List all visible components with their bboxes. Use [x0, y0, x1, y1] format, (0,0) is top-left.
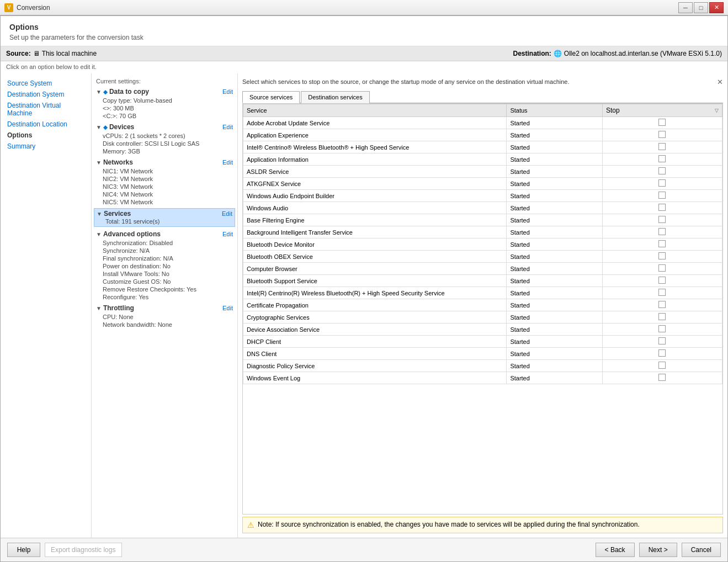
- service-stop-cell[interactable]: [602, 178, 722, 190]
- stop-checkbox[interactable]: [658, 155, 666, 162]
- back-button[interactable]: < Back: [596, 543, 635, 557]
- stop-checkbox[interactable]: [658, 131, 666, 138]
- stop-checkbox[interactable]: [658, 277, 666, 284]
- service-name-cell: Cryptographic Services: [243, 311, 507, 324]
- stop-checkbox[interactable]: [658, 216, 666, 223]
- service-name-cell: DNS Client: [243, 348, 507, 360]
- sidebar-item-destination-location[interactable]: Destination Location: [1, 119, 91, 130]
- stop-checkbox[interactable]: [658, 228, 666, 235]
- service-status-cell: Started: [507, 275, 603, 287]
- source-dest-bar: Source: 🖥 This local machine Destination…: [1, 46, 727, 61]
- stop-checkbox[interactable]: [658, 374, 666, 381]
- nic3-item: NIC3: VM Network: [94, 183, 235, 190]
- cancel-button[interactable]: Cancel: [682, 543, 721, 557]
- services-description: Select which services to stop on the sou…: [242, 78, 706, 86]
- service-stop-cell[interactable]: [602, 141, 722, 153]
- services-table-wrapper[interactable]: Service Status Stop ▽ Adobe Acroba: [242, 103, 723, 515]
- window-title: Conversion: [17, 4, 50, 12]
- service-status-cell: Started: [507, 214, 603, 226]
- service-name-cell: Device Association Service: [243, 324, 507, 336]
- service-stop-cell[interactable]: [602, 202, 722, 214]
- nic4-item: NIC4: VM Network: [94, 190, 235, 198]
- service-stop-cell[interactable]: [602, 214, 722, 226]
- service-stop-cell[interactable]: [602, 287, 722, 299]
- service-stop-cell[interactable]: [602, 275, 722, 287]
- stop-checkbox[interactable]: [658, 362, 666, 369]
- maximize-button[interactable]: □: [694, 2, 708, 13]
- copy-size2-item: <C:>: 70 GB: [94, 112, 235, 120]
- remove-checkpoints-item: Remove Restore Checkpoints: Yes: [94, 285, 235, 293]
- service-stop-cell[interactable]: [602, 226, 722, 238]
- service-status-cell: Started: [507, 117, 603, 129]
- sidebar-item-summary[interactable]: Summary: [1, 141, 91, 152]
- stop-checkbox[interactable]: [658, 349, 666, 357]
- arrow-icon: ▼: [96, 305, 102, 311]
- next-button[interactable]: Next >: [639, 543, 677, 557]
- tab-destination-services[interactable]: Destination services: [301, 91, 369, 103]
- stop-checkbox[interactable]: [658, 337, 666, 344]
- devices-edit[interactable]: Edit: [222, 124, 233, 130]
- stop-checkbox[interactable]: [658, 301, 666, 308]
- advanced-options-edit[interactable]: Edit: [222, 231, 233, 237]
- service-name-cell: Application Information: [243, 153, 507, 166]
- service-stop-cell[interactable]: [602, 336, 722, 348]
- service-stop-cell[interactable]: [602, 324, 722, 336]
- advanced-options-header: ▼ Advanced options Edit: [94, 229, 235, 239]
- table-row: Base Filtering Engine Started: [243, 214, 722, 226]
- services-section: ▼ Services Edit Total: 191 service(s): [94, 208, 235, 227]
- service-stop-cell[interactable]: [602, 372, 722, 384]
- service-status-cell: Started: [507, 166, 603, 178]
- table-row: Windows Event Log Started: [243, 372, 722, 384]
- services-edit[interactable]: Edit: [222, 210, 232, 217]
- service-stop-cell[interactable]: [602, 360, 722, 372]
- service-stop-cell[interactable]: [602, 117, 722, 129]
- service-status-cell: Started: [507, 202, 603, 214]
- stop-checkbox[interactable]: [658, 167, 666, 174]
- service-status-cell: Started: [507, 226, 603, 238]
- page-subtitle: Set up the parameters for the conversion…: [9, 34, 719, 41]
- stop-checkbox[interactable]: [658, 143, 666, 150]
- service-stop-cell[interactable]: [602, 348, 722, 360]
- stop-checkbox[interactable]: [658, 204, 666, 211]
- service-stop-cell[interactable]: [602, 251, 722, 263]
- arrow-icon: ▼: [97, 211, 102, 217]
- service-stop-cell[interactable]: [602, 153, 722, 166]
- stop-checkbox[interactable]: [658, 192, 666, 199]
- tab-source-services[interactable]: Source services: [242, 91, 300, 103]
- nic1-item: NIC1: VM Network: [94, 167, 235, 175]
- window-controls: ─ □ ✕: [678, 2, 724, 13]
- service-stop-cell[interactable]: [602, 238, 722, 251]
- service-stop-cell[interactable]: [602, 190, 722, 202]
- stop-checkbox[interactable]: [658, 252, 666, 259]
- stop-checkbox[interactable]: [658, 179, 666, 187]
- table-row: DNS Client Started: [243, 348, 722, 360]
- services-label: Services: [104, 210, 131, 218]
- stop-checkbox[interactable]: [658, 240, 666, 247]
- data-to-copy-edit[interactable]: Edit: [222, 88, 233, 95]
- networks-edit[interactable]: Edit: [222, 159, 233, 166]
- service-stop-cell[interactable]: [602, 311, 722, 324]
- stop-checkbox[interactable]: [658, 325, 666, 332]
- close-services-button[interactable]: ✕: [717, 78, 723, 86]
- stop-checkbox[interactable]: [658, 289, 666, 296]
- service-stop-cell[interactable]: [602, 166, 722, 178]
- throttling-edit[interactable]: Edit: [222, 305, 233, 311]
- service-name-cell: Windows Audio: [243, 202, 507, 214]
- diamond-icon: ◆: [103, 89, 108, 95]
- minimize-button[interactable]: ─: [678, 2, 693, 13]
- service-stop-cell[interactable]: [602, 263, 722, 275]
- sidebar-item-source-system[interactable]: Source System: [1, 78, 91, 89]
- service-stop-cell[interactable]: [602, 129, 722, 141]
- table-row: Intel® Centrino® Wireless Bluetooth® + H…: [243, 141, 722, 153]
- stop-checkbox[interactable]: [658, 313, 666, 320]
- service-stop-cell[interactable]: [602, 299, 722, 311]
- service-status-cell: Started: [507, 336, 603, 348]
- stop-checkbox[interactable]: [658, 264, 666, 272]
- close-button[interactable]: ✕: [709, 2, 724, 13]
- stop-checkbox[interactable]: [658, 119, 666, 126]
- vcpu-item: vCPUs: 2 (1 sockets * 2 cores): [94, 132, 235, 140]
- sidebar-item-destination-system[interactable]: Destination System: [1, 89, 91, 100]
- nic5-item: NIC5: VM Network: [94, 198, 235, 206]
- sidebar-item-destination-vm[interactable]: Destination Virtual Machine: [1, 100, 91, 119]
- help-button[interactable]: Help: [7, 543, 40, 557]
